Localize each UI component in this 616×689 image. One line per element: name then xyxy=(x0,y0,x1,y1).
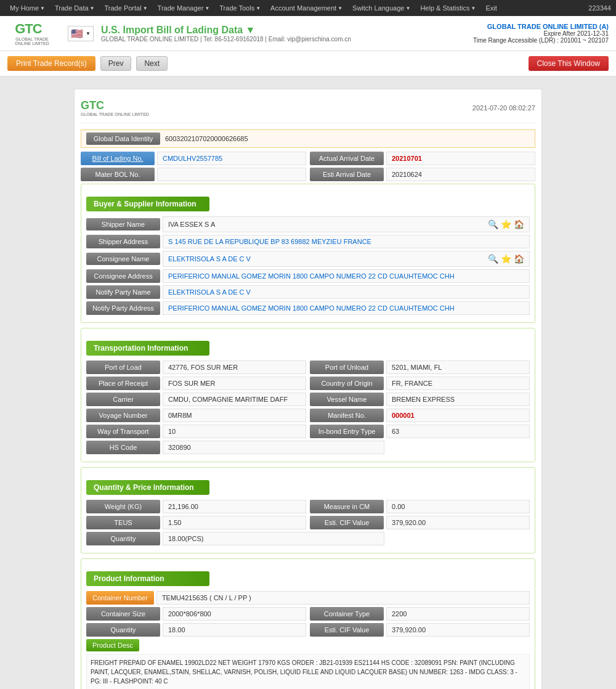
hs-code-label: HS Code xyxy=(86,441,160,454)
account-number-display: 223344 xyxy=(588,4,611,12)
consignee-address-label: Consignee Address xyxy=(86,269,160,283)
account-range: Time Range Accessible (LDR) : 201001 ~ 2… xyxy=(473,37,609,44)
shipper-address-label: Shipper Address xyxy=(86,235,160,248)
logo: GTC GLOBAL TRADEONLINE LIMITED xyxy=(7,20,57,47)
quantity-value: 18.00(PCS) xyxy=(163,532,384,545)
nav-my-home[interactable]: My Home ▼ xyxy=(5,4,50,12)
hs-code-row: HS Code 320890 xyxy=(86,441,530,454)
in-bond-right: In-bond Entry Type 63 xyxy=(310,425,530,438)
container-size-left: Container Size 2000*806*800 xyxy=(86,607,306,621)
global-data-identity-label: Global Data Identity xyxy=(86,132,160,145)
consignee-search-icon[interactable]: 🔍 xyxy=(488,254,498,264)
nav-switch-language[interactable]: Switch Language ▼ xyxy=(347,4,415,12)
nav-trade-data[interactable]: Trade Data ▼ xyxy=(50,4,100,12)
notify-party-address-label: Notify Party Address xyxy=(86,301,160,315)
nav-account-management[interactable]: Account Management ▼ xyxy=(265,4,347,12)
product-desc-row: Product Desc xyxy=(86,639,530,651)
country-of-origin-value: FR, FRANCE xyxy=(386,377,530,390)
product-quantity-label: Quantity xyxy=(86,623,160,637)
record-logo-text: GTC xyxy=(81,99,149,112)
port-of-load-value: 42776, FOS SUR MER xyxy=(163,361,306,374)
page-header: GTC GLOBAL TRADEONLINE LIMITED 🇺🇸 ▼ U.S.… xyxy=(0,16,616,51)
consignee-name-icons: 🔍 ⭐ 🏠 xyxy=(488,254,524,264)
manifest-right: Manifest No. 000001 xyxy=(310,409,530,422)
shipper-name-row: Shipper Name IVA ESSEX S A 🔍 ⭐ 🏠 xyxy=(86,216,530,232)
consignee-home-icon[interactable]: 🏠 xyxy=(514,254,524,264)
nav-trade-portal[interactable]: Trade Portal ▼ xyxy=(100,4,153,12)
consignee-address-value: PERIFERICO MANUAL GOMEZ MORIN 1800 CAMPO… xyxy=(163,269,530,283)
weight-label: Weight (KG) xyxy=(86,500,160,513)
weight-left: Weight (KG) 21,196.00 xyxy=(86,500,306,513)
way-transport-left: Way of Transport 10 xyxy=(86,425,306,438)
product-section: Product Information Container Number TEM… xyxy=(81,558,535,689)
product-header: Product Information xyxy=(86,571,209,586)
next-button-top[interactable]: Next xyxy=(136,56,168,71)
teus-left: TEUS 1.50 xyxy=(86,516,306,529)
product-esti-cif-value: 379,920.00 xyxy=(386,623,530,637)
country-origin-right: Country of Origin FR, FRANCE xyxy=(310,377,530,390)
hs-code-value: 320890 xyxy=(163,441,384,454)
weight-value: 21,196.00 xyxy=(163,500,306,513)
container-number-row: Container Number TEMU4215635 ( CN / L / … xyxy=(86,591,530,605)
account-info: GLOBAL TRADE ONLINE LIMITED (A) Expire A… xyxy=(473,23,609,44)
quantity-price-header: Quantity & Price Information xyxy=(86,480,209,495)
vessel-name-label: Vessel Name xyxy=(310,393,384,406)
actual-arrival-value: 20210701 xyxy=(386,152,535,165)
nav-trade-manager-arrow: ▼ xyxy=(205,6,209,11)
top-navigation: My Home ▼ Trade Data ▼ Trade Portal ▼ Tr… xyxy=(0,0,616,16)
consignee-star-icon[interactable]: ⭐ xyxy=(501,254,511,264)
port-of-load-label: Port of Load xyxy=(86,361,160,374)
notify-party-address-value: PERIFERICO MANUAL GOMEZ MORIN 1800 CAMPO… xyxy=(163,301,530,315)
teus-row: TEUS 1.50 Esti. CIF Value 379,920.00 xyxy=(86,516,530,529)
shipper-address-value: S 145 RUE DE LA REPUBLIQUE BP 83 69882 M… xyxy=(163,235,530,248)
close-button-top[interactable]: Close This Window xyxy=(529,56,609,71)
container-number-button[interactable]: Container Number xyxy=(86,591,154,605)
weight-row: Weight (KG) 21,196.00 Measure in CM 0.00 xyxy=(86,500,530,513)
nav-trade-data-arrow: ▼ xyxy=(90,6,95,11)
container-type-value: 2200 xyxy=(386,607,530,621)
port-of-unload-value: 5201, MIAMI, FL xyxy=(386,361,530,374)
teus-value: 1.50 xyxy=(163,516,306,529)
carrier-value: CMDU, COMPAGNIE MARITIME DAFF xyxy=(163,393,306,406)
way-of-transport-label: Way of Transport xyxy=(86,425,160,438)
nav-trade-manager[interactable]: Trade Manager ▼ xyxy=(153,4,215,12)
manifest-no-label: Manifest No. xyxy=(310,409,384,422)
header-subtitle: GLOBAL TRADE ONLINE LIMITED | Tel: 86-51… xyxy=(101,36,351,43)
voyage-number-value: 0MR8M xyxy=(163,409,306,422)
quantity-price-section: Quantity & Price Information Weight (KG)… xyxy=(81,467,535,553)
flag-selector[interactable]: 🇺🇸 ▼ xyxy=(68,26,94,41)
product-desc-text: FREIGHT PREPAID OF ENAMEL 19902LD22 NET … xyxy=(86,654,530,689)
est-cif-value: 379,920.00 xyxy=(386,516,530,529)
account-expire: Expire After 2021-12-31 xyxy=(473,30,609,37)
product-desc-button[interactable]: Product Desc xyxy=(86,639,139,651)
nav-help-statistics-arrow: ▼ xyxy=(471,6,476,11)
esti-arrival-right: Esti Arrival Date 20210624 xyxy=(310,168,535,181)
nav-trade-tools[interactable]: Trade Tools ▼ xyxy=(214,4,265,12)
main-content: GTC GLOBAL TRADE ONLINE LIMITED 2021-07-… xyxy=(74,89,542,689)
flag-icon: 🇺🇸 xyxy=(71,28,83,39)
nav-trade-tools-arrow: ▼ xyxy=(256,6,261,11)
product-esti-cif-right: Esti. CIF Value 379,920.00 xyxy=(310,623,530,637)
bol-label[interactable]: Bill of Lading No. xyxy=(81,152,155,165)
record-logo: GTC GLOBAL TRADE ONLINE LIMITED xyxy=(81,99,149,116)
record-logo-sub: GLOBAL TRADE ONLINE LIMITED xyxy=(81,112,149,116)
product-quantity-row: Quantity 18.00 Esti. CIF Value 379,920.0… xyxy=(86,623,530,637)
shipper-search-icon[interactable]: 🔍 xyxy=(488,219,498,229)
prev-button-top[interactable]: Prev xyxy=(100,56,132,71)
record-datetime: 2021-07-20 08:02:27 xyxy=(472,104,535,112)
port-of-unload-label: Port of Unload xyxy=(310,361,384,374)
shipper-home-icon[interactable]: 🏠 xyxy=(514,219,524,229)
print-button-top[interactable]: Print Trade Record(s) xyxy=(7,56,95,71)
bol-left: Bill of Lading No. CMDULHV2557785 xyxy=(81,152,306,165)
vessel-right: Vessel Name BREMEN EXPRESS xyxy=(310,393,530,406)
nav-help-statistics[interactable]: Help & Statistics ▼ xyxy=(415,4,480,12)
quantity-label: Quantity xyxy=(86,532,160,545)
shipper-star-icon[interactable]: ⭐ xyxy=(501,219,511,229)
notify-party-name-label: Notify Party Name xyxy=(86,285,160,299)
logo-area: GTC GLOBAL TRADEONLINE LIMITED 🇺🇸 ▼ xyxy=(7,20,94,47)
place-of-receipt-label: Place of Receipt xyxy=(86,377,160,390)
place-receipt-left: Place of Receipt FOS SUR MER xyxy=(86,377,306,390)
port-load-left: Port of Load 42776, FOS SUR MER xyxy=(86,361,306,374)
nav-exit[interactable]: Exit xyxy=(480,4,501,12)
in-bond-entry-label: In-bond Entry Type xyxy=(310,425,384,438)
